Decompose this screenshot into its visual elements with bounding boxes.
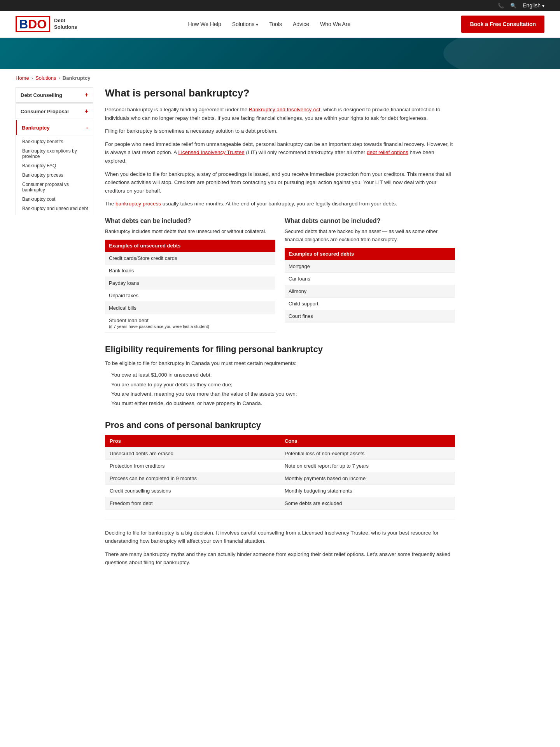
nav-solutions-link[interactable]: Solutions	[232, 21, 255, 27]
breadcrumb: Home Solutions Bankruptcy	[0, 69, 560, 87]
eligibility-heading: Eligibility requirements for filing pers…	[105, 344, 455, 354]
language-label: English	[523, 2, 541, 9]
breadcrumb-current: Bankruptcy	[63, 75, 91, 81]
intro-para-5: The bankruptcy process usually takes nin…	[105, 200, 455, 208]
secured-header-row: Examples of secured debts	[285, 248, 455, 260]
language-selector[interactable]: English	[523, 2, 544, 9]
table-row: Medical bills	[105, 302, 275, 314]
pro-cell: Freedom from debt	[105, 497, 280, 509]
main-nav: How We Help Solutions Tools Advice Who W…	[188, 21, 350, 27]
content-divider	[105, 519, 455, 519]
unsecured-debts-table: Examples of unsecured debts Credit cards…	[105, 240, 275, 333]
table-row: Freedom from debt Some debts are exclude…	[105, 497, 455, 509]
sidebar-item-consumer-proposal[interactable]: Consumer Proposal +	[16, 103, 93, 119]
intro-para-3: For people who need immediate relief fro…	[105, 140, 455, 165]
cannot-be-included-heading: What debts cannot be included?	[285, 217, 455, 224]
con-cell: Monthly budgeting statements	[280, 484, 455, 497]
pros-cons-heading: Pros and cons of personal bankruptcy	[105, 420, 455, 430]
sidebar-sub-bankruptcy-faq[interactable]: Bankruptcy FAQ	[21, 161, 93, 170]
table-row: Alimony	[285, 285, 455, 297]
main-layout: Debt Counselling + Consumer Proposal + B…	[0, 87, 560, 587]
table-row: Credit cards/Store credit cards	[105, 252, 275, 264]
sidebar-sub-consumer-vs-bankruptcy[interactable]: Consumer proposal vs bankruptcy	[21, 180, 93, 195]
phone-icon[interactable]	[498, 2, 504, 9]
unsecured-header-cell: Examples of unsecured debts	[105, 240, 275, 252]
sidebar-debt-counselling-label[interactable]: Debt Counselling +	[16, 88, 93, 102]
nav-who-we-are[interactable]: Who We Are	[320, 21, 350, 27]
breadcrumb-separator-2	[59, 75, 60, 81]
eligibility-intro: To be eligible to file for bankruptcy in…	[105, 359, 455, 368]
book-consultation-button[interactable]: Book a Free Consultation	[461, 16, 544, 33]
sidebar-bankruptcy-collapse-icon: -	[86, 124, 88, 131]
table-row: Unsecured debts are erased Potential los…	[105, 447, 455, 459]
secured-header-cell: Examples of secured debts	[285, 248, 455, 260]
list-item: You are unable to pay your debts as they…	[111, 380, 455, 389]
bankruptcy-process-link[interactable]: bankruptcy process	[116, 201, 161, 207]
list-item: You are insolvent, meaning you owe more …	[111, 389, 455, 399]
chevron-down-icon	[542, 2, 544, 9]
list-item: You must either reside, do business, or …	[111, 399, 455, 408]
bdo-logo: BDO	[16, 16, 50, 32]
breadcrumb-home[interactable]: Home	[16, 75, 29, 81]
debts-two-col: What debts can be included? Bankruptcy i…	[105, 217, 455, 333]
table-row: Child support	[285, 297, 455, 310]
secured-intro: Secured debts that are backed by an asse…	[285, 228, 455, 244]
site-header: BDO DebtSolutions How We Help Solutions …	[0, 11, 560, 38]
nav-advice[interactable]: Advice	[293, 21, 309, 27]
breadcrumb-separator-1	[32, 75, 33, 81]
table-row: Student loan debt(if 7 years have passed…	[105, 314, 275, 332]
table-row: Unpaid taxes	[105, 289, 275, 302]
can-be-included-heading: What debts can be included?	[105, 217, 275, 224]
pro-cell: Protection from creditors	[105, 459, 280, 472]
con-cell: Potential loss of non-exempt assets	[280, 447, 455, 459]
solutions-chevron-icon	[256, 21, 258, 27]
pro-cell: Unsecured debts are erased	[105, 447, 280, 459]
pro-cell: Credit counselling sessions	[105, 484, 280, 497]
sidebar-item-debt-counselling[interactable]: Debt Counselling +	[16, 87, 93, 103]
pros-cons-table: Pros Cons Unsecured debts are erased Pot…	[105, 435, 455, 510]
table-row: Payday loans	[105, 277, 275, 289]
debt-relief-link[interactable]: debt relief options	[367, 149, 408, 155]
unsecured-debts-col: What debts can be included? Bankruptcy i…	[105, 217, 275, 333]
nav-tools[interactable]: Tools	[269, 21, 282, 27]
table-row: Car loans	[285, 272, 455, 285]
sidebar-sub-bankruptcy-process[interactable]: Bankruptcy process	[21, 170, 93, 180]
lit-link[interactable]: Licensed Insolvency Trustee	[178, 149, 244, 155]
hero-banner	[0, 38, 560, 69]
eligibility-list: You owe at least $1,000 in unsecured deb…	[111, 370, 455, 408]
con-cell: Monthly payments based on income	[280, 472, 455, 484]
pros-header: Pros	[105, 435, 280, 447]
closing-para-1: Deciding to file for bankruptcy is a big…	[105, 529, 455, 545]
sidebar-sub-bankruptcy-cost[interactable]: Bankruptcy cost	[21, 195, 93, 204]
page-title: What is personal bankruptcy?	[105, 87, 455, 99]
list-item: You owe at least $1,000 in unsecured deb…	[111, 370, 455, 380]
logo[interactable]: BDO DebtSolutions	[16, 16, 77, 32]
cons-header: Cons	[280, 435, 455, 447]
breadcrumb-solutions[interactable]: Solutions	[35, 75, 56, 81]
sidebar-sub-bankruptcy-unsecured-debt[interactable]: Bankruptcy and unsecured debt	[21, 204, 93, 213]
main-content: What is personal bankruptcy? Personal ba…	[105, 87, 455, 572]
pros-cons-header-row: Pros Cons	[105, 435, 455, 447]
sidebar-consumer-proposal-label[interactable]: Consumer Proposal +	[16, 104, 93, 119]
closing-para-2: There are many bankruptcy myths and they…	[105, 550, 455, 567]
table-row: Mortgage	[285, 260, 455, 272]
sidebar-sub-bankruptcy-benefits[interactable]: Bankruptcy benefits	[21, 137, 93, 146]
sidebar: Debt Counselling + Consumer Proposal + B…	[16, 87, 93, 572]
con-cell: Note on credit report for up to 7 years	[280, 459, 455, 472]
sidebar-consumer-proposal-expand-icon: +	[85, 108, 88, 115]
intro-para-2: Filing for bankruptcy is sometimes a nec…	[105, 127, 455, 135]
con-cell: Some debts are excluded	[280, 497, 455, 509]
sidebar-sub-bankruptcy-exemptions[interactable]: Bankruptcy exemptions by province	[21, 146, 93, 161]
bankruptcy-act-link[interactable]: Bankruptcy and Insolvency Act	[249, 107, 320, 112]
table-row: Process can be completed in 9 months Mon…	[105, 472, 455, 484]
nav-how-we-help[interactable]: How We Help	[188, 21, 221, 27]
sidebar-item-bankruptcy[interactable]: Bankruptcy - Bankruptcy benefits Bankrup…	[16, 120, 93, 215]
table-row: Credit counselling sessions Monthly budg…	[105, 484, 455, 497]
nav-solutions[interactable]: Solutions	[232, 21, 259, 27]
intro-para-4: When you decide to file for bankruptcy, …	[105, 170, 455, 195]
search-icon[interactable]	[510, 2, 516, 9]
sidebar-bankruptcy-label[interactable]: Bankruptcy -	[16, 120, 93, 135]
unsecured-intro: Bankruptcy includes most debts that are …	[105, 228, 275, 236]
unsecured-header-row: Examples of unsecured debts	[105, 240, 275, 252]
table-row: Protection from creditors Note on credit…	[105, 459, 455, 472]
